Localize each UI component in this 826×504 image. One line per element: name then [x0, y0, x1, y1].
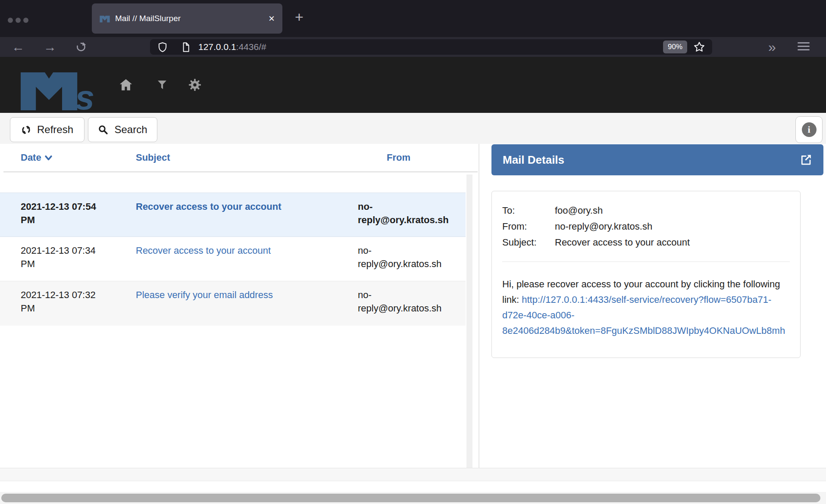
refresh-label: Refresh — [37, 124, 73, 136]
mail-date: 2021-12-13 07:32 PM — [21, 288, 136, 319]
page-info-icon[interactable] — [180, 41, 191, 53]
open-in-new-window-button[interactable] — [799, 153, 812, 166]
app-navbar: s — [0, 57, 826, 113]
page-bottom-band — [0, 468, 826, 481]
mail-subject-link[interactable]: Recover access to your account — [136, 245, 271, 256]
window-close-dot[interactable] — [8, 18, 13, 23]
mail-date: 2021-12-13 07:34 PM — [21, 244, 136, 274]
mail-subject-link[interactable]: Recover access to your account — [136, 201, 281, 212]
logo-s: s — [75, 78, 94, 110]
mail-row[interactable]: 2021-12-13 07:34 PM Recover access to yo… — [0, 237, 466, 281]
column-header-from[interactable]: From — [358, 152, 466, 163]
browser-tab-strip: Mail // MailSlurper × + — [0, 0, 826, 37]
header-divider — [3, 171, 478, 172]
search-button[interactable]: Search — [88, 117, 157, 142]
mail-body: Hi, please recover access to your accoun… — [502, 277, 790, 339]
home-icon — [119, 78, 133, 92]
gear-icon — [188, 78, 202, 92]
refresh-icon — [21, 125, 31, 135]
info-icon: i — [802, 122, 817, 137]
window-zoom-dot[interactable] — [23, 18, 28, 23]
from-value: no-reply@ory.kratos.sh — [555, 218, 790, 234]
details-separator — [502, 261, 790, 262]
mailslurper-logo: s — [10, 69, 118, 110]
mail-list-scrollbar-track[interactable] — [466, 174, 472, 468]
url-text[interactable]: 127.0.0.1:4436/# — [198, 42, 266, 52]
column-header-subject[interactable]: Subject — [136, 152, 358, 163]
search-label: Search — [114, 124, 147, 136]
settings-nav-button[interactable] — [185, 57, 204, 113]
window-controls[interactable] — [8, 18, 28, 23]
back-button[interactable]: ← — [9, 37, 27, 57]
url-path: :4436/# — [236, 42, 266, 52]
subject-value: Recover access to your account — [555, 234, 790, 250]
reload-icon — [75, 41, 87, 53]
tab-close-icon[interactable]: × — [269, 13, 275, 24]
horizontal-scrollbar-thumb[interactable] — [1, 494, 820, 502]
zoom-level-badge[interactable]: 90% — [663, 40, 687, 53]
panel-divider — [479, 144, 479, 481]
column-header-date[interactable]: Date — [21, 152, 136, 163]
toolbar-overflow-button[interactable]: » — [768, 37, 775, 57]
home-nav-button[interactable] — [116, 57, 135, 113]
action-toolbar: Refresh Search i — [0, 113, 826, 144]
external-link-icon — [799, 153, 812, 166]
url-bar[interactable]: 127.0.0.1:4436/# 90% — [150, 39, 712, 55]
bookmark-button[interactable] — [693, 41, 705, 53]
forward-button[interactable]: → — [41, 37, 59, 57]
browser-tab[interactable]: Mail // MailSlurper × — [92, 3, 282, 34]
mail-details-title: Mail Details — [503, 153, 564, 167]
mail-subject-link[interactable]: Please verify your email address — [136, 289, 273, 300]
info-button[interactable]: i — [795, 116, 823, 143]
subject-label: Subject: — [502, 234, 555, 250]
shield-icon[interactable] — [157, 41, 168, 53]
mail-row-selected[interactable]: 2021-12-13 07:54 PM Recover access to yo… — [0, 193, 466, 237]
sort-chevron-down-icon — [45, 155, 52, 161]
menu-icon[interactable] — [798, 42, 810, 50]
refresh-button[interactable]: Refresh — [10, 117, 84, 142]
to-label: To: — [502, 202, 555, 218]
tab-favicon-mailslurper-icon — [100, 15, 110, 22]
to-value: foo@ory.sh — [555, 202, 790, 218]
url-host: 127.0.0.1 — [198, 42, 236, 52]
recovery-link[interactable]: http://127.0.0.1:4433/self-service/recov… — [502, 294, 785, 336]
from-label: From: — [502, 218, 555, 234]
mail-row[interactable]: 2021-12-13 07:32 PM Please verify your e… — [0, 281, 466, 326]
mail-from: no-reply@ory.kratos.sh — [358, 200, 466, 230]
tab-title: Mail // MailSlurper — [115, 14, 181, 23]
mail-list-header: Date Subject From — [0, 144, 466, 171]
filter-nav-button[interactable] — [153, 57, 172, 113]
browser-nav-toolbar: ← → 127.0.0.1:4436/# 90% » — [0, 37, 826, 57]
mail-date: 2021-12-13 07:54 PM — [21, 200, 136, 230]
mail-list: 2021-12-13 07:54 PM Recover access to yo… — [0, 193, 466, 326]
mail-from: no-reply@ory.kratos.sh — [358, 288, 466, 319]
reload-button[interactable] — [72, 37, 90, 57]
search-icon — [98, 124, 108, 135]
mail-from: no-reply@ory.kratos.sh — [358, 244, 466, 274]
star-icon — [693, 41, 705, 53]
new-tab-button[interactable]: + — [295, 9, 303, 24]
mail-details-header: Mail Details — [491, 144, 823, 175]
mail-details-card: To: foo@ory.sh From: no-reply@ory.kratos… — [491, 191, 801, 358]
horizontal-scrollbar-track[interactable] — [0, 492, 826, 504]
window-minimize-dot[interactable] — [16, 18, 21, 23]
filter-funnel-icon — [156, 79, 168, 91]
